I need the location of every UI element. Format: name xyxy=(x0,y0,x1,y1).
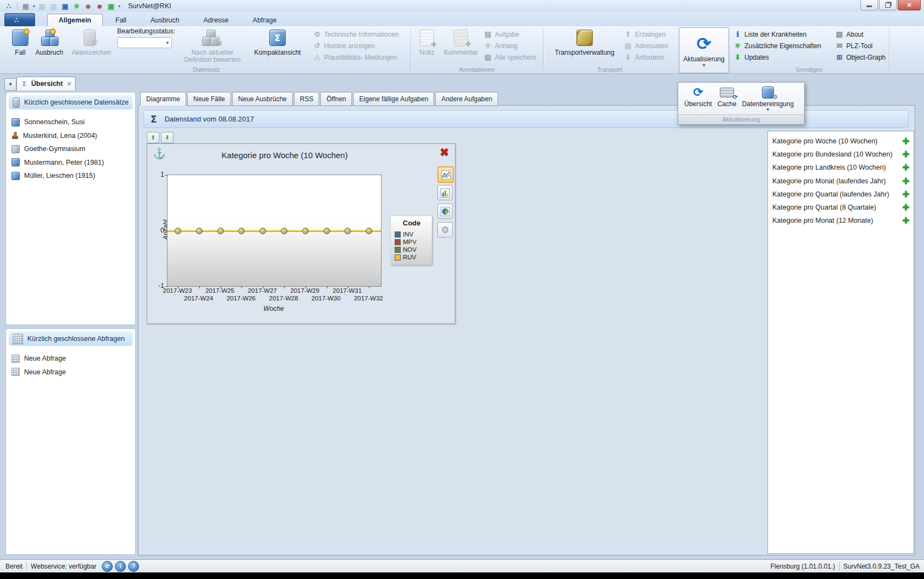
plz-tool-button[interactable]: ✉PLZ-Tool xyxy=(835,40,886,51)
chevron-down-icon: ▼ xyxy=(8,82,13,87)
user-search-icon[interactable]: ☻ xyxy=(84,2,93,10)
tab-andere-aufgaben[interactable]: Andere Aufgaben xyxy=(435,92,498,106)
chart-settings-button[interactable]: ⚙ xyxy=(437,222,453,238)
tab-close-icon[interactable]: ✕ xyxy=(67,80,72,88)
comment-plus-icon: ✚ xyxy=(454,28,468,48)
minimize-button[interactable] xyxy=(861,0,878,10)
sigma-hourglass-icon: Σ xyxy=(151,114,157,125)
ribbon-tab-ausbruch[interactable]: Ausbruch xyxy=(139,14,191,26)
tab-neue-ausbr-che[interactable]: Neue Ausbrüche xyxy=(232,92,293,106)
ausbruch-button[interactable]: Ausbruch xyxy=(34,28,65,56)
transportverwaltung-button[interactable]: Transportverwaltung xyxy=(546,28,623,56)
bearbeitungsstatus-select[interactable] xyxy=(117,37,172,48)
add-chart-plus-icon[interactable]: ✚ xyxy=(902,175,909,188)
help-button[interactable]: ? xyxy=(128,561,139,572)
save-icon[interactable]: ▥ xyxy=(49,2,58,10)
chart-close-button[interactable]: ✖ xyxy=(437,145,452,159)
move-up-button[interactable]: ⬆ xyxy=(147,132,159,143)
move-down-button[interactable]: ⬇ xyxy=(161,132,174,143)
updates-button[interactable]: ⬇Updates xyxy=(734,52,821,62)
user-delete-icon[interactable]: ☻ xyxy=(95,2,104,10)
sidebar-tab-list-button[interactable]: ▼ xyxy=(4,78,16,91)
data-point-marker xyxy=(238,228,245,234)
list-item-sonnenschein-susi[interactable]: Sonnenschein, Susi xyxy=(11,115,133,129)
bar-chart-type-button[interactable] xyxy=(437,185,453,200)
chart-template-kategorie-pro-quartal-8-quartale[interactable]: Kategorie pro Quartal (8 Quartale)✚ xyxy=(768,201,914,214)
sidebar-tab-uebersicht[interactable]: Σ Übersicht ✕ xyxy=(16,77,76,90)
query-grid-icon xyxy=(13,334,23,344)
app-logo-icon[interactable]: ∴ xyxy=(4,2,13,10)
aktualisierung-button[interactable]: ⟳ Aktualisierung ▼ xyxy=(679,27,729,73)
info-cube-icon[interactable]: ▣ xyxy=(61,2,70,10)
webservice-refresh-button[interactable]: ⟳ xyxy=(102,561,113,572)
info-button[interactable]: i xyxy=(115,561,126,572)
tab-diagramme[interactable]: Diagramme xyxy=(140,92,186,106)
close-button[interactable]: ✕ xyxy=(898,0,921,10)
recent-datasets-header[interactable]: Kürzlich geschlossene Datensätze xyxy=(9,95,132,109)
list-item-goethe-gymnasium[interactable]: Goethe-Gymnasium xyxy=(11,142,133,156)
zus-tzliche-eigenschaften-button[interactable]: ✳Zusätzliche Eigenschaften xyxy=(734,40,821,51)
chevron-down-icon[interactable]: ▾ xyxy=(118,4,120,9)
tab-neue-f-lle[interactable]: Neue Fälle xyxy=(187,92,231,106)
ribbon-tab-fall[interactable]: Fall xyxy=(104,14,138,26)
statusbar: Bereit Webservice: verfügbar ⟳i? Flensbu… xyxy=(0,559,924,572)
liste-der-krankheiten-button[interactable]: ℹListe der Krankheiten xyxy=(734,29,821,39)
pie-chart-type-button[interactable] xyxy=(437,204,453,219)
list-item-mustermann-peter-1981[interactable]: Mustermann, Peter (1981) xyxy=(11,156,133,170)
status-ready-label: Bereit xyxy=(5,563,22,570)
object-graph-button[interactable]: ⊞Object-Graph xyxy=(835,52,886,62)
add-chart-plus-icon[interactable]: ✚ xyxy=(902,188,909,201)
add-chart-plus-icon[interactable]: ✚ xyxy=(902,214,909,227)
chart-template-kategorie-pro-monat-12-monate[interactable]: Kategorie pro Monat (12 Monate)✚ xyxy=(768,214,914,227)
data-point-marker xyxy=(366,228,372,234)
case-cube-icon xyxy=(11,172,20,180)
y-tick-label: 1 xyxy=(151,171,168,178)
ribbon-tab-allgemein[interactable]: Allgemein xyxy=(47,14,103,26)
list-item-musterkind-lena-2004[interactable]: Musterkind, Lena (2004) xyxy=(11,129,133,143)
settings-gear-icon: ⚙ xyxy=(441,224,449,236)
add-chart-plus-icon[interactable]: ✚ xyxy=(902,135,909,148)
menu-item-datenbereinigung[interactable]: ⚙ Datenbereinigung ▼ xyxy=(739,85,796,112)
chart-template-kategorie-pro-woche-10-wochen[interactable]: Kategorie pro Woche (10 Wochen)✚ xyxy=(768,135,914,148)
query-grid-icon xyxy=(11,355,20,363)
module-icon[interactable]: ▣ xyxy=(107,2,116,10)
add-chart-plus-icon[interactable]: ✚ xyxy=(902,148,909,161)
list-item-m-ller-lieschen-1915[interactable]: Müller, Lieschen (1915) xyxy=(11,169,133,183)
add-chart-plus-icon[interactable]: ✚ xyxy=(902,201,909,214)
list-item-neue-abfrage[interactable]: Neue Abfrage xyxy=(11,352,133,366)
ribbon-tab-adresse[interactable]: Adresse xyxy=(192,14,240,26)
plugin-icon[interactable]: ✳ xyxy=(72,2,81,10)
chart-template-kategorie-pro-monat-laufendes-jahr[interactable]: Kategorie pro Monat (laufendes Jahr)✚ xyxy=(768,175,914,188)
about-button[interactable]: ▤About xyxy=(835,29,886,39)
tab-eigene-f-llige-aufgaben[interactable]: Eigene fällige Aufgaben xyxy=(353,92,434,106)
attachment-icon: ✚ xyxy=(484,42,492,50)
add-chart-plus-icon[interactable]: ✚ xyxy=(902,161,909,174)
ribbon-tab-abfrage[interactable]: Abfrage xyxy=(241,14,288,26)
fall-button[interactable]: Fall xyxy=(8,28,33,56)
recent-queries-header[interactable]: Kürzlich geschlossene Abfragen xyxy=(9,332,132,346)
bar-chart-icon xyxy=(441,188,450,198)
ribbon-tabs: AllgemeinFallAusbruchAdresseAbfrage xyxy=(47,14,288,26)
x-axis-label: Woche xyxy=(167,305,380,312)
technische-informationen-button: ⚙Technische Informationen xyxy=(313,29,399,39)
archive-icon[interactable]: ▦ xyxy=(38,2,47,10)
menu-item-uebersicht[interactable]: ⟳ Übersicht xyxy=(682,85,715,108)
menu-item-cache[interactable]: ⟳ Cache xyxy=(715,85,740,108)
line-chart-type-button[interactable] xyxy=(437,166,454,183)
nach-aktueller-definition-button: ◢ Nach aktueller Definition bewerten xyxy=(177,28,247,63)
chart-template-kategorie-pro-quartal-laufendes-jahr[interactable]: Kategorie pro Quartal (laufendes Jahr)✚ xyxy=(768,188,914,201)
group-label-transport: Transport xyxy=(544,66,675,73)
datasource-cube-icon[interactable]: ▣ xyxy=(21,2,30,10)
kompaktansicht-button[interactable]: Σ Kompaktansicht xyxy=(249,28,307,56)
data-point-marker xyxy=(259,228,266,234)
tab-ffnen[interactable]: Öffnen xyxy=(320,92,352,106)
chart-template-kategorie-pro-landkreis-10-wochen[interactable]: Kategorie pro Landkreis (10 Wochen)✚ xyxy=(768,161,914,174)
tab-rss[interactable]: RSS xyxy=(294,92,320,106)
chevron-down-icon[interactable]: ▾ xyxy=(33,4,35,9)
quick-access-toolbar: ∴▣▾▦▥▣✳☻☻▣▾ xyxy=(0,2,120,10)
application-menu-button[interactable]: ∴▼ xyxy=(4,13,35,27)
list-item-neue-abfrage[interactable]: Neue Abfrage xyxy=(11,366,133,379)
chart-template-kategorie-pro-bundesland-10-wochen[interactable]: Kategorie pro Bundesland (10 Wochen)✚ xyxy=(768,148,914,161)
restore-button[interactable] xyxy=(879,0,897,10)
ribbon-group-sonstiges: ℹListe der Krankheiten✳Zusätzliche Eigen… xyxy=(730,26,888,73)
